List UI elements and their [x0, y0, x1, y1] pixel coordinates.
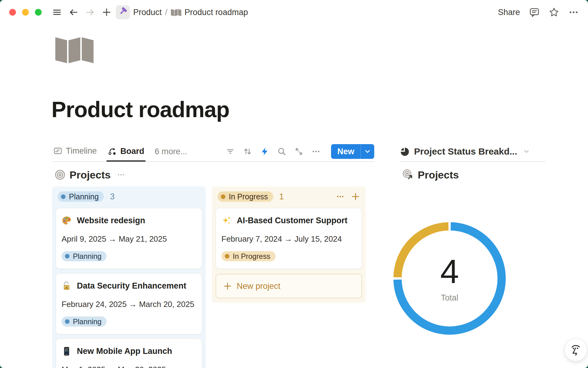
column-planning-header: Planning 3: [56, 190, 202, 204]
share-button[interactable]: Share: [498, 8, 520, 17]
favorite-star-icon[interactable]: [549, 7, 559, 17]
card-date-range: May 1, 2025 → May 30, 2025: [62, 365, 196, 368]
chevron-down-icon: [364, 148, 371, 155]
column-in-progress-pill[interactable]: In Progress: [217, 191, 273, 202]
tab-board-label: Board: [120, 147, 144, 156]
mobile-phone-icon: [62, 346, 72, 356]
open-lock-icon: [62, 281, 72, 291]
hammer-icon: [118, 6, 128, 18]
status-dot: [225, 254, 229, 259]
status-tag: In Progress: [221, 251, 276, 261]
view-options-icon[interactable]: [311, 147, 321, 156]
breadcrumb-root-label[interactable]: Product: [133, 8, 162, 17]
card-title: Website redesign: [77, 216, 145, 225]
column-add-card-icon[interactable]: [351, 192, 360, 201]
zoom-window-button[interactable]: [35, 9, 42, 16]
status-tag-label: Planning: [73, 317, 101, 326]
status-tag: Planning: [62, 316, 107, 327]
palette-icon: [62, 216, 72, 226]
donut-chart: 4 Total: [391, 220, 508, 337]
timeline-view-icon: [53, 146, 62, 155]
new-button-dropdown[interactable]: [360, 144, 374, 159]
sort-icon[interactable]: [243, 147, 252, 156]
column-in-progress-header: In Progress 1: [216, 190, 362, 204]
new-button-label[interactable]: New: [331, 144, 360, 159]
chart-view-dropdown[interactable]: Project Status Breakd...: [400, 142, 545, 162]
card-new-mobile-app-launch[interactable]: New Mobile App Launch May 1, 2025 → May …: [56, 339, 202, 368]
plus-icon: [223, 282, 232, 291]
expand-icon[interactable]: [294, 147, 303, 156]
breadcrumb-root-item[interactable]: [116, 5, 130, 19]
view-toolbar: Timeline Board 6 more...: [52, 142, 374, 162]
card-title: New Mobile App Launch: [77, 347, 172, 356]
column-options-icon[interactable]: [336, 192, 345, 201]
new-record-button[interactable]: New: [331, 144, 374, 159]
kanban-board: Planning 3 Website redesign April 9, 202…: [52, 186, 374, 368]
card-title: AI-Based Customer Support: [237, 216, 348, 225]
column-in-progress: In Progress 1: [212, 186, 366, 303]
new-tab-icon[interactable]: [102, 7, 111, 17]
card-data-security-enhancement[interactable]: Data Security Enhancement February 24, 2…: [56, 273, 202, 334]
map-icon: [171, 8, 181, 17]
chart-section-title[interactable]: Projects: [418, 169, 459, 181]
breadcrumb-separator: /: [165, 8, 168, 17]
forward-icon[interactable]: [85, 7, 95, 17]
tab-board[interactable]: Board: [107, 142, 145, 162]
filter-icon[interactable]: [226, 147, 235, 156]
target-icon: [55, 169, 66, 180]
column-in-progress-label: In Progress: [229, 192, 268, 201]
linked-target-icon: [402, 169, 414, 181]
status-tag: Planning: [62, 251, 107, 261]
close-window-button[interactable]: [9, 9, 16, 16]
database-section: Timeline Board 6 more...: [52, 142, 374, 368]
status-dot: [221, 194, 225, 199]
card-ai-based-customer-support[interactable]: AI-Based Customer Support February 7, 20…: [216, 208, 362, 269]
new-project-label: New project: [237, 282, 281, 291]
more-views-link[interactable]: 6 more...: [155, 147, 187, 156]
tab-timeline-label: Timeline: [66, 146, 97, 156]
status-tag-label: Planning: [73, 252, 101, 261]
card-title: Data Security Enhancement: [77, 281, 186, 291]
tab-timeline[interactable]: Timeline: [52, 142, 98, 161]
automations-lightning-icon[interactable]: [260, 147, 269, 156]
search-icon[interactable]: [277, 147, 287, 156]
sidebar-menu-icon[interactable]: [52, 7, 62, 17]
app-window: Product / Product roadmap Share Product …: [0, 0, 588, 368]
chart-heading-row: Projects: [400, 167, 545, 183]
ai-face-icon: [569, 343, 583, 357]
card-website-redesign[interactable]: Website redesign April 9, 2025 → May 21,…: [56, 208, 202, 269]
status-tag-label: In Progress: [233, 252, 270, 261]
column-planning-pill[interactable]: Planning: [58, 191, 104, 202]
column-in-progress-count: 1: [279, 192, 284, 201]
page-title[interactable]: Product roadmap: [51, 97, 229, 122]
page-icon-map[interactable]: [55, 34, 94, 65]
chart-section: Project Status Breakd... Projects 4 Tota…: [400, 142, 545, 183]
card-date-range: February 7, 2024 → July 15, 2024: [221, 234, 356, 244]
column-planning-count: 3: [110, 192, 115, 201]
column-planning: Planning 3 Website redesign April 9, 202…: [52, 186, 206, 368]
column-planning-label: Planning: [69, 192, 99, 201]
chevron-down-icon: [522, 147, 531, 156]
board-options-icon[interactable]: [116, 170, 126, 179]
sparkles-icon: [221, 216, 232, 226]
breadcrumb-page-label[interactable]: Product roadmap: [185, 8, 248, 17]
comments-icon[interactable]: [529, 7, 540, 17]
back-icon[interactable]: [69, 7, 78, 17]
new-project-button[interactable]: New project: [216, 274, 362, 298]
notion-ai-button[interactable]: [564, 339, 587, 361]
card-date-range: February 24, 2025 → March 20, 2025: [62, 300, 196, 309]
card-date-range: April 9, 2025 → May 21, 2025: [62, 234, 196, 244]
status-dot: [65, 254, 70, 259]
status-dot: [65, 319, 70, 324]
donut-segment-in-progress[interactable]: [398, 226, 448, 277]
window-titlebar: Product / Product roadmap Share: [0, 0, 588, 25]
board-section-title[interactable]: Projects: [70, 169, 111, 181]
more-options-icon[interactable]: [568, 7, 579, 17]
pie-chart-icon: [400, 147, 409, 156]
minimize-window-button[interactable]: [22, 9, 29, 16]
board-view-icon: [108, 147, 117, 156]
breadcrumb: Product / Product roadmap: [116, 5, 248, 19]
traffic-lights: [9, 9, 42, 16]
chart-dropdown-title[interactable]: Project Status Breakd...: [414, 146, 517, 157]
board-heading-row: Projects: [52, 167, 374, 183]
